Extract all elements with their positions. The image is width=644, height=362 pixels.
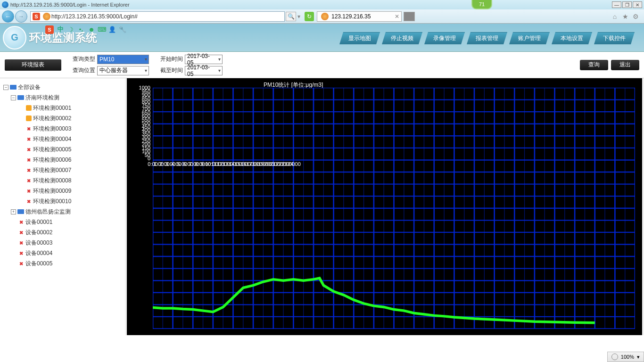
tree-item[interactable]: 环境检测00008 — [2, 176, 123, 185]
line-chart — [153, 88, 635, 329]
tree-item[interactable]: 环境检测00010 — [2, 197, 123, 206]
restore-button[interactable]: ❐ — [622, 1, 632, 8]
tree-item[interactable]: 设备00005 — [2, 259, 123, 268]
env-report-badge[interactable]: 环境报表 — [5, 59, 61, 71]
tree-label: 德州临邑扬尘监测 — [25, 208, 71, 216]
tree-item[interactable]: 设备00003 — [2, 239, 123, 247]
tab-icon — [321, 13, 329, 20]
back-button[interactable]: ← — [2, 10, 14, 23]
tree-label: 设备00005 — [25, 260, 52, 268]
tree-group-jinan[interactable]: –济南环境检测 — [2, 93, 123, 102]
tree-root-node[interactable]: –全部设备 — [2, 83, 123, 91]
device-offline-icon — [18, 240, 24, 246]
new-tab-button[interactable] — [404, 12, 415, 21]
ime-moon-icon[interactable]: ☽ — [67, 25, 74, 33]
tree-label: 全部设备 — [18, 83, 41, 91]
site-icon — [43, 13, 50, 20]
nav-recording[interactable]: 录像管理 — [424, 32, 465, 44]
device-offline-icon — [26, 188, 32, 194]
refresh-button[interactable]: ↻ — [305, 12, 314, 21]
window-titlebar: http://123.129.216.35:9000/Login - Inter… — [0, 0, 644, 9]
device-offline-icon — [26, 167, 32, 173]
dropdown-icon[interactable]: ▾ — [297, 13, 300, 20]
device-tree[interactable]: –全部设备–济南环境检测环境检测00001环境检测00002环境检测00003环… — [0, 78, 125, 335]
exit-button[interactable]: 退出 — [611, 60, 639, 70]
tree-item[interactable]: 环境检测00002 — [2, 114, 123, 123]
tree-item[interactable]: 环境检测00005 — [2, 145, 123, 154]
ime-smile-icon[interactable]: ☻ — [88, 25, 95, 33]
tree-label: 济南环境检测 — [25, 94, 59, 102]
query-loc-select[interactable]: 中心服务器 — [97, 66, 149, 75]
tree-label: 环境检测00009 — [33, 187, 71, 195]
tab-close-icon[interactable]: ✕ — [395, 13, 399, 20]
tree-label: 设备00002 — [25, 229, 52, 237]
device-offline-icon — [18, 219, 24, 225]
url-text: http://123.129.216.35:9000/Login# — [51, 13, 282, 20]
device-offline-icon — [26, 178, 32, 183]
nav-local[interactable]: 本地设置 — [552, 32, 592, 44]
device-offline-icon — [18, 230, 24, 235]
tree-item[interactable]: 设备00001 — [2, 218, 123, 226]
tree-item[interactable]: 环境检测00006 — [2, 156, 123, 164]
url-box[interactable]: S http://123.129.216.35:9000/Login# — [30, 11, 285, 22]
body-row: –全部设备–济南环境检测环境检测00001环境检测00002环境检测00003环… — [0, 78, 644, 335]
zoom-dropdown-icon[interactable]: ▾ — [637, 354, 640, 360]
device-offline-icon — [18, 261, 24, 266]
sogou-icon: S — [33, 13, 40, 20]
tree-label: 设备00003 — [25, 239, 52, 247]
tools-icon[interactable]: ⚙ — [632, 13, 639, 20]
nav-account[interactable]: 账户管理 — [509, 32, 550, 44]
sogou-badge-icon[interactable]: S — [45, 25, 54, 34]
minimize-button[interactable]: — — [612, 1, 621, 8]
device-offline-icon — [26, 198, 32, 204]
tree-item[interactable]: 环境检测00007 — [2, 166, 123, 174]
tree-item[interactable]: 设备00004 — [2, 249, 123, 257]
x-tick: 24:00 — [288, 161, 301, 167]
device-offline-icon — [26, 126, 32, 132]
expander-icon[interactable]: – — [11, 95, 16, 100]
nav-map[interactable]: 显示地图 — [339, 32, 380, 44]
search-button[interactable]: 🔍 — [286, 12, 296, 21]
expander-icon[interactable]: – — [3, 85, 8, 90]
group-icon — [17, 209, 24, 214]
group-icon — [17, 95, 24, 100]
nav-download[interactable]: 下载控件 — [594, 32, 635, 44]
home-icon[interactable]: ⌂ — [611, 13, 619, 20]
tree-item[interactable]: 环境检测00003 — [2, 124, 123, 133]
tree-label: 环境检测00002 — [33, 115, 71, 123]
status-bar: 100% ▾ — [607, 352, 644, 362]
device-offline-icon — [26, 136, 32, 142]
tab-label: 123.129.216.35 — [331, 13, 371, 20]
tree-item[interactable]: 环境检测00001 — [2, 104, 123, 112]
ime-comma-icon[interactable]: •، — [77, 25, 85, 33]
tree-item[interactable]: 环境检测00009 — [2, 187, 123, 195]
nav-report[interactable]: 报表管理 — [467, 32, 507, 44]
device-offline-icon — [26, 157, 32, 163]
tree-label: 设备00004 — [25, 249, 52, 257]
query-loc-value: 中心服务器 — [99, 66, 128, 74]
device-offline-icon — [26, 147, 32, 152]
forward-button[interactable]: → — [15, 10, 27, 23]
close-window-button[interactable]: ✕ — [633, 1, 642, 8]
top-nav: 显示地图 停止视频 录像管理 报表管理 账户管理 本地设置 下载控件 — [339, 32, 635, 44]
device-online-icon — [26, 115, 32, 121]
end-time-select[interactable]: 2017-03-05 — [185, 66, 223, 75]
chart-area: PM10统计 [单位:μg/m3] 0501001502002503003504… — [127, 78, 642, 335]
expander-icon[interactable]: + — [11, 209, 16, 214]
app-header: S 中 ☽ •، ☻ ⌨ 👤 🔧 G 环境监测系统 显示地图 停止视频 录像管理… — [0, 24, 644, 52]
query-button[interactable]: 查询 — [580, 60, 608, 70]
favorites-icon[interactable]: ★ — [621, 13, 629, 20]
ime-wrench-icon[interactable]: 🔧 — [119, 25, 126, 33]
nav-stop-video[interactable]: 停止视频 — [382, 32, 422, 44]
query-type-select[interactable]: PM10 — [97, 55, 149, 64]
ime-keyboard-icon[interactable]: ⌨ — [98, 25, 106, 33]
start-time-select[interactable]: 2017-03-05 — [185, 55, 223, 64]
browser-tab[interactable]: 123.129.216.35 ✕ — [317, 11, 402, 22]
tree-item[interactable]: 设备00002 — [2, 228, 123, 237]
tree-item[interactable]: 环境检测00004 — [2, 135, 123, 143]
tree-label: 环境检测00005 — [33, 146, 71, 154]
tree-group-dezhou[interactable]: +德州临邑扬尘监测 — [2, 207, 123, 216]
zoom-icon[interactable] — [611, 354, 618, 360]
ime-person-icon[interactable]: 👤 — [108, 25, 116, 33]
ime-ch-icon[interactable]: 中 — [57, 25, 64, 33]
